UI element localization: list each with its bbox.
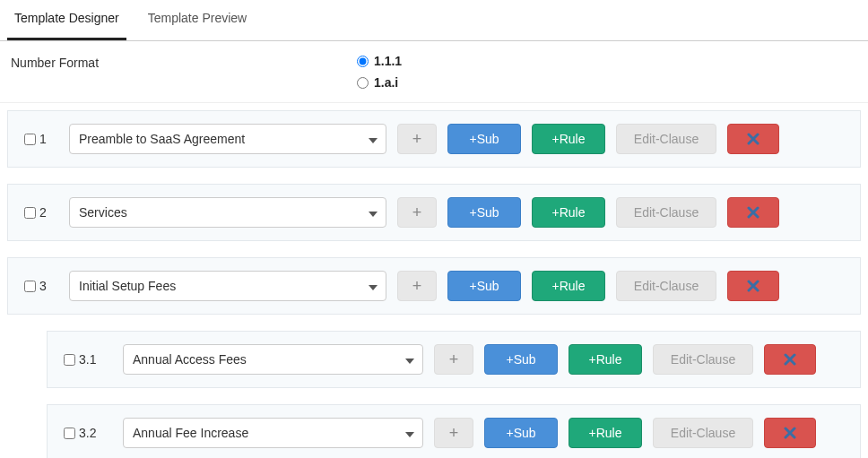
clause-dropdown[interactable] [69, 271, 386, 301]
row-actions: + +Sub +Rule Edit-Clause [397, 124, 779, 154]
row-checkbox[interactable] [64, 428, 75, 439]
delete-button[interactable] [727, 197, 779, 228]
add-rule-button[interactable]: +Rule [569, 344, 642, 375]
add-rule-button[interactable]: +Rule [532, 197, 605, 228]
delete-button[interactable] [764, 344, 816, 375]
add-sub-button[interactable]: +Sub [447, 197, 521, 228]
clause-dropdown-value[interactable] [123, 344, 423, 375]
edit-clause-button[interactable]: Edit-Clause [653, 344, 753, 375]
close-icon [784, 353, 796, 366]
radio-numeric[interactable] [357, 56, 369, 67]
add-button[interactable]: + [397, 124, 437, 154]
add-sub-button[interactable]: +Sub [484, 344, 558, 375]
row-actions: + +Sub +Rule Edit-Clause [434, 344, 816, 375]
add-button[interactable]: + [434, 418, 473, 448]
delete-button[interactable] [764, 418, 816, 448]
close-icon [784, 427, 796, 439]
add-rule-button[interactable]: +Rule [532, 124, 605, 154]
close-icon [747, 133, 760, 145]
number-format-label: Number Format [7, 54, 357, 70]
number-format-option-numeric[interactable]: 1.1.1 [357, 54, 402, 68]
close-icon [747, 280, 760, 292]
clause-row: 3.1 + +Sub +Rule Edit-Clause [47, 331, 861, 388]
row-checkbox-number: 3 [24, 279, 58, 293]
row-checkbox-number: 2 [24, 205, 58, 220]
add-button[interactable]: + [397, 271, 437, 301]
edit-clause-button[interactable]: Edit-Clause [616, 271, 716, 301]
clause-row: 1 + +Sub +Rule Edit-Clause [7, 110, 861, 168]
row-checkbox[interactable] [24, 207, 36, 219]
clause-dropdown[interactable] [69, 124, 386, 154]
delete-button[interactable] [727, 271, 779, 301]
row-checkbox[interactable] [24, 134, 36, 145]
row-actions: + +Sub +Rule Edit-Clause [397, 197, 779, 228]
clause-row: 3.2 + +Sub +Rule Edit-Clause [47, 404, 861, 458]
radio-alpha[interactable] [357, 77, 369, 89]
clause-dropdown[interactable] [123, 418, 423, 448]
row-number: 2 [39, 205, 47, 220]
edit-clause-button[interactable]: Edit-Clause [653, 418, 753, 448]
add-sub-button[interactable]: +Sub [484, 418, 558, 448]
delete-button[interactable] [727, 124, 779, 154]
number-format-options: 1.1.1 1.a.i [357, 54, 402, 90]
clause-dropdown[interactable] [69, 197, 386, 228]
clause-row: 2 + +Sub +Rule Edit-Clause [7, 184, 861, 241]
clause-dropdown-value[interactable] [69, 124, 386, 154]
row-number: 3.1 [79, 352, 96, 367]
add-rule-button[interactable]: +Rule [569, 418, 642, 448]
clause-dropdown-value[interactable] [123, 418, 423, 448]
tab-template-designer[interactable]: Template Designer [7, 0, 126, 40]
clause-dropdown-value[interactable] [69, 197, 386, 228]
edit-clause-button[interactable]: Edit-Clause [616, 124, 716, 154]
tab-bar: Template Designer Template Preview [0, 0, 868, 41]
add-button[interactable]: + [434, 344, 473, 375]
number-format-row: Number Format 1.1.1 1.a.i [0, 41, 868, 103]
clause-row: 3 + +Sub +Rule Edit-Clause [7, 257, 861, 315]
row-checkbox[interactable] [64, 354, 75, 366]
row-number: 3.2 [79, 426, 96, 440]
row-checkbox-number: 1 [24, 132, 58, 146]
edit-clause-button[interactable]: Edit-Clause [616, 197, 716, 228]
add-rule-button[interactable]: +Rule [532, 271, 605, 301]
close-icon [747, 206, 760, 219]
add-button[interactable]: + [397, 197, 437, 228]
row-checkbox-number: 3.1 [64, 352, 112, 367]
number-format-option-label: 1.a.i [374, 75, 398, 90]
number-format-option-label: 1.1.1 [374, 54, 402, 68]
row-number: 1 [39, 132, 47, 146]
clause-dropdown[interactable] [123, 344, 423, 375]
number-format-option-alpha[interactable]: 1.a.i [357, 75, 402, 90]
row-number: 3 [39, 279, 47, 293]
add-sub-button[interactable]: +Sub [447, 271, 521, 301]
clause-dropdown-value[interactable] [69, 271, 386, 301]
row-checkbox-number: 3.2 [64, 426, 112, 440]
row-actions: + +Sub +Rule Edit-Clause [434, 418, 816, 448]
clause-list: 1 + +Sub +Rule Edit-Clause 2 [0, 103, 868, 458]
row-actions: + +Sub +Rule Edit-Clause [397, 271, 779, 301]
row-checkbox[interactable] [24, 281, 36, 292]
add-sub-button[interactable]: +Sub [447, 124, 521, 154]
tab-template-preview[interactable]: Template Preview [141, 0, 255, 40]
